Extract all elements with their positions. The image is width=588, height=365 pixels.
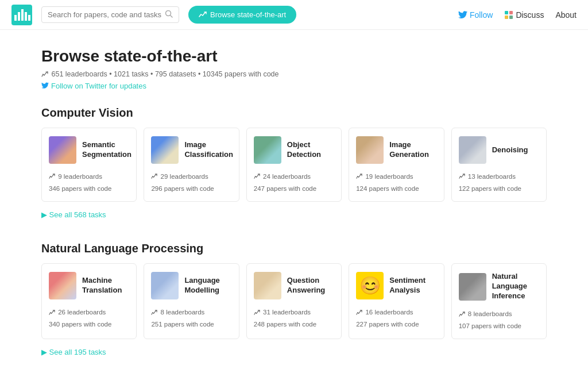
twitter-follow-link[interactable]: Follow on Twitter for updates [41, 82, 547, 90]
svg-rect-5 [28, 15, 30, 21]
card-title: Image Classification [184, 140, 233, 160]
papers-stat: 248 papers with code [254, 318, 334, 331]
card-header: Question Answering [254, 272, 334, 299]
card-header: Image Generation [356, 136, 436, 164]
about-link[interactable]: About [555, 10, 577, 20]
stats-line: 651 leaderboards • 1021 tasks • 795 data… [41, 70, 547, 78]
browse-state-of-art-button[interactable]: Browse state-of-the-art [188, 6, 296, 24]
main-content: Browse state-of-the-art 651 leaderboards… [30, 30, 558, 365]
cards-row: Semantic Segmentation 9 leaderboards 346… [41, 128, 547, 202]
card-thumbnail [49, 272, 76, 299]
section-computer-vision: Computer VisionSemantic Segmentation 9 l… [41, 106, 547, 236]
card-title: Object Detection [287, 140, 334, 160]
card-header: Object Detection [254, 136, 334, 164]
card-thumbnail [151, 272, 179, 299]
task-card[interactable]: Semantic Segmentation 9 leaderboards 346… [41, 128, 137, 202]
navbar: Browse state-of-the-art Follow Discuss A… [0, 0, 588, 30]
card-stats: 31 leaderboards 248 papers with code [254, 306, 334, 330]
leaderboards-stat: 29 leaderboards [151, 171, 231, 183]
task-card[interactable]: Natural Language Inference 8 leaderboard… [451, 263, 547, 339]
leaderboards-stat: 26 leaderboards [49, 306, 129, 318]
page-title: Browse state-of-the-art [41, 47, 547, 66]
papers-stat: 227 papers with code [356, 318, 436, 331]
see-all-tasks-link[interactable]: ▶ See all 195 tasks [41, 348, 106, 356]
leaderboards-stat: 8 leaderboards [459, 308, 539, 320]
section-title: Natural Language Processing [41, 242, 547, 255]
papers-stat: 251 papers with code [151, 318, 231, 331]
card-header: Language Modelling [151, 272, 231, 299]
leaderboards-stat: 19 leaderboards [356, 171, 436, 183]
discuss-button[interactable]: Discuss [504, 10, 544, 20]
task-card[interactable]: Denoising 13 leaderboards 122 papers wit… [451, 128, 547, 202]
card-header: Image Classification [151, 136, 231, 164]
card-thumbnail [151, 136, 179, 164]
card-header: Natural Language Inference [459, 272, 539, 301]
svg-rect-9 [509, 11, 513, 14]
task-card[interactable]: Machine Translation 26 leaderboards 340 … [41, 263, 137, 339]
card-title: Denoising [492, 145, 528, 155]
section-nlp: Natural Language ProcessingMachine Trans… [41, 242, 547, 365]
card-stats: 26 leaderboards 340 papers with code [49, 306, 129, 330]
papers-stat: 124 papers with code [356, 183, 436, 195]
papers-stat: 346 papers with code [49, 183, 129, 195]
task-card[interactable]: Language Modelling 8 leaderboards 251 pa… [144, 263, 239, 339]
card-stats: 29 leaderboards 296 papers with code [151, 171, 231, 194]
card-stats: 19 leaderboards 124 papers with code [356, 171, 436, 194]
navbar-right: Follow Discuss About [458, 10, 577, 20]
card-header: Denoising [459, 136, 539, 164]
svg-rect-2 [18, 12, 20, 21]
task-card[interactable]: Image Classification 29 leaderboards 296… [144, 128, 239, 202]
card-header: 😊Sentiment Analysis [356, 272, 436, 299]
card-stats: 16 leaderboards 227 papers with code [356, 306, 436, 330]
follow-button[interactable]: Follow [458, 10, 493, 20]
svg-rect-11 [509, 16, 513, 19]
leaderboards-stat: 31 leaderboards [254, 306, 334, 318]
svg-rect-1 [14, 15, 17, 21]
svg-rect-8 [505, 11, 508, 14]
leaderboards-stat: 24 leaderboards [254, 171, 334, 183]
search-icon [165, 10, 173, 20]
leaderboards-stat: 8 leaderboards [151, 306, 231, 318]
leaderboards-stat: 9 leaderboards [49, 171, 129, 183]
svg-rect-3 [21, 9, 24, 21]
card-title: Image Generation [389, 140, 436, 160]
task-card[interactable]: Image Generation 19 leaderboards 124 pap… [349, 128, 444, 202]
task-card[interactable]: 😊Sentiment Analysis 16 leaderboards 227 … [349, 263, 444, 339]
card-stats: 8 leaderboards 251 papers with code [151, 306, 231, 330]
leaderboards-stat: 16 leaderboards [356, 306, 436, 318]
card-title: Machine Translation [82, 276, 129, 295]
search-bar[interactable] [41, 6, 179, 23]
card-thumbnail [254, 272, 281, 299]
papers-stat: 296 papers with code [151, 183, 231, 195]
sections-container: Computer VisionSemantic Segmentation 9 l… [41, 106, 547, 365]
search-input[interactable] [48, 10, 163, 19]
card-title: Sentiment Analysis [389, 276, 436, 295]
card-thumbnail [254, 136, 281, 164]
site-logo[interactable] [11, 5, 32, 25]
leaderboards-stat: 13 leaderboards [459, 171, 539, 183]
card-title: Natural Language Inference [492, 272, 539, 301]
card-thumbnail [356, 136, 384, 164]
task-card[interactable]: Question Answering 31 leaderboards 248 p… [246, 263, 342, 339]
card-thumbnail: 😊 [356, 272, 384, 299]
papers-stat: 122 papers with code [459, 183, 539, 195]
see-all-tasks-link[interactable]: ▶ See all 568 tasks [41, 210, 106, 219]
card-thumbnail [49, 136, 76, 164]
section-title: Computer Vision [41, 106, 547, 120]
twitter-icon [41, 82, 49, 90]
svg-rect-4 [25, 12, 27, 21]
card-stats: 24 leaderboards 247 papers with code [254, 171, 334, 194]
papers-stat: 247 papers with code [254, 183, 334, 195]
card-header: Semantic Segmentation [49, 136, 129, 164]
card-stats: 9 leaderboards 346 papers with code [49, 171, 129, 194]
svg-rect-10 [505, 16, 508, 19]
papers-stat: 107 papers with code [459, 320, 539, 332]
card-header: Machine Translation [49, 272, 129, 299]
papers-stat: 340 papers with code [49, 318, 129, 331]
card-title: Language Modelling [184, 276, 231, 295]
card-stats: 13 leaderboards 122 papers with code [459, 171, 539, 194]
cards-row: Machine Translation 26 leaderboards 340 … [41, 263, 547, 339]
card-stats: 8 leaderboards 107 papers with code [459, 308, 539, 332]
svg-line-7 [171, 16, 173, 18]
task-card[interactable]: Object Detection 24 leaderboards 247 pap… [246, 128, 342, 202]
